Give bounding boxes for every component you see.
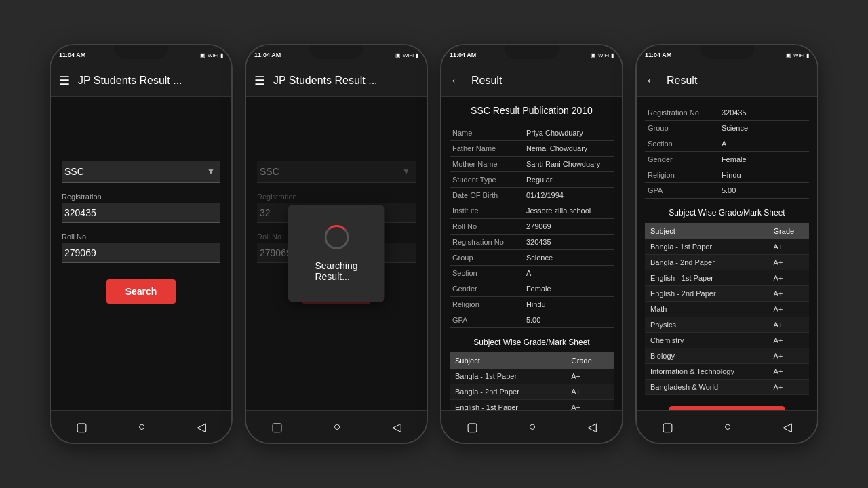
bottom-nav-4: ▢ ○ ◁	[637, 410, 817, 443]
circle-nav-3[interactable]: ○	[524, 414, 542, 439]
registration-field-1: Registration	[62, 192, 220, 223]
registration-label-1: Registration	[62, 192, 220, 201]
grade-value: A+	[768, 348, 809, 364]
status-bar-3: 11:04 AM ▣ WiFi ▮	[441, 45, 622, 64]
notification-icon-3: ▣	[591, 52, 596, 58]
status-icons-4: ▣ WiFi ▮	[786, 52, 809, 58]
circle-nav-1[interactable]: ○	[133, 414, 151, 439]
grade-subject: Physics	[645, 317, 768, 333]
search-form-1: SSC HSC JSC ▼ Registration Roll No Searc…	[51, 97, 231, 317]
info-label: GPA	[645, 183, 719, 199]
info-value: Female	[524, 281, 614, 297]
exam-select-2[interactable]: SSC	[257, 161, 416, 182]
grade-value: A+	[566, 369, 614, 384]
grade-value: A+	[768, 333, 809, 348]
registration-input-1[interactable]	[62, 203, 220, 223]
hamburger-icon-2[interactable]: ☰	[254, 73, 265, 88]
exam-select-1[interactable]: SSC HSC JSC	[62, 161, 220, 182]
grade-subject: Bangla - 2nd Paper	[645, 255, 768, 270]
table-row: Information & TechnologyA+	[645, 364, 809, 380]
info-label: Registration No	[645, 105, 719, 121]
info-label: Group	[450, 250, 524, 266]
grade-value: A+	[566, 384, 614, 400]
result-form-4: Registration No320435GroupScienceSection…	[637, 97, 817, 410]
searching-text: Searching Result...	[315, 260, 357, 282]
info-value: Hindu	[719, 167, 809, 183]
info-value: A	[719, 136, 809, 152]
table-row: GroupScience	[645, 121, 809, 136]
bottom-nav-3: ▢ ○ ◁	[441, 410, 622, 443]
hamburger-icon-1[interactable]: ☰	[59, 73, 70, 88]
battery-icon: ▮	[220, 52, 223, 58]
grade-value: A+	[768, 255, 809, 270]
grade-col-grade-4: Grade	[768, 223, 809, 239]
info-value: Female	[719, 152, 809, 167]
phone-4: 11:04 AM ▣ WiFi ▮ ← Result Registration …	[635, 44, 818, 444]
info-label: GPA	[450, 312, 524, 328]
exam-select-wrapper-1[interactable]: SSC HSC JSC ▼	[62, 161, 220, 183]
info-label: Date OF Birth	[450, 188, 524, 203]
status-bar-1: 11:04 AM ▣ WiFi ▮	[51, 45, 231, 64]
app-bar-3: ← Result	[441, 64, 622, 97]
grade-value: A+	[768, 286, 809, 302]
info-label: Registration No	[450, 235, 524, 250]
grade-value: A+	[768, 317, 809, 333]
grade-subject: Math	[645, 302, 768, 317]
table-row: Registration No320435	[450, 235, 614, 250]
table-row: ReligionHindu	[450, 297, 614, 312]
app-title-1: JP Students Result ...	[78, 75, 182, 87]
table-row: MathA+	[645, 302, 809, 317]
info-value: Priya Chowduary	[524, 125, 614, 141]
exam-field-1: SSC HSC JSC ▼	[62, 161, 220, 183]
app-title-2: JP Students Result ...	[273, 75, 378, 87]
circle-nav-4[interactable]: ○	[719, 414, 737, 439]
back-nav-2[interactable]: ◁	[387, 414, 407, 440]
square-nav-1[interactable]: ▢	[71, 414, 93, 440]
back-nav-4[interactable]: ◁	[777, 414, 797, 440]
status-bar-4: 11:04 AM ▣ WiFi ▮	[637, 45, 817, 64]
square-nav-2[interactable]: ▢	[266, 414, 288, 440]
back-icon-3[interactable]: ←	[450, 73, 463, 88]
info-label: Section	[645, 136, 719, 152]
circle-nav-2[interactable]: ○	[328, 414, 347, 439]
table-row: SectionA	[450, 266, 614, 281]
grade-subject: Bangla - 1st Paper	[645, 239, 768, 255]
table-row: Bangladesh & WorldA+	[645, 380, 809, 395]
table-row: GenderFemale	[450, 281, 614, 297]
square-nav-4[interactable]: ▢	[656, 414, 679, 440]
status-icons-3: ▣ WiFi ▮	[591, 52, 614, 58]
notification-icon-2: ▣	[395, 52, 401, 58]
phone-2: 11:04 AM ▣ WiFi ▮ ☰ JP Students Result .…	[245, 44, 428, 444]
info-label: Religion	[645, 167, 719, 183]
search-button-1[interactable]: Search	[106, 279, 176, 304]
grade-subject: Chemistry	[645, 333, 768, 348]
grade-subject: Information & Technology	[645, 364, 768, 380]
back-nav-3[interactable]: ◁	[582, 414, 602, 440]
grade-col-subject-4: Subject	[645, 223, 768, 239]
phone-3: 11:04 AM ▣ WiFi ▮ ← Result SSC Result Pu…	[440, 44, 623, 444]
square-nav-3[interactable]: ▢	[461, 414, 484, 440]
table-row: English - 1st PaperA+	[645, 270, 809, 286]
table-row: Bangla - 2nd PaperA+	[450, 384, 614, 400]
grade-table-3: Subject Grade Bangla - 1st PaperA+Bangla…	[450, 352, 614, 410]
back-icon-4[interactable]: ←	[645, 73, 658, 88]
table-row: ChemistryA+	[645, 333, 809, 348]
time-3: 11:04 AM	[450, 52, 476, 58]
grade-subject: Bangla - 2nd Paper	[450, 384, 566, 400]
back-nav-1[interactable]: ◁	[191, 414, 212, 440]
registration-label-2: Registration	[257, 192, 416, 201]
bottom-nav-2: ▢ ○ ◁	[246, 410, 427, 443]
table-row: English - 2nd PaperA+	[645, 286, 809, 302]
roll-field-1: Roll No	[62, 232, 220, 263]
grade-value: A+	[566, 400, 614, 411]
status-bar-2: 11:04 AM ▣ WiFi ▮	[246, 45, 427, 64]
exam-select-wrapper-2[interactable]: SSC ▼	[257, 161, 416, 183]
grade-value: A+	[768, 270, 809, 286]
table-row: Roll No279069	[450, 219, 614, 235]
roll-input-1[interactable]	[62, 243, 220, 263]
info-value: A	[524, 266, 614, 281]
table-row: Bangla - 2nd PaperA+	[645, 255, 809, 270]
info-label: Father Name	[450, 141, 524, 157]
battery-icon-4: ▮	[806, 52, 809, 58]
info-label: Group	[645, 121, 719, 136]
